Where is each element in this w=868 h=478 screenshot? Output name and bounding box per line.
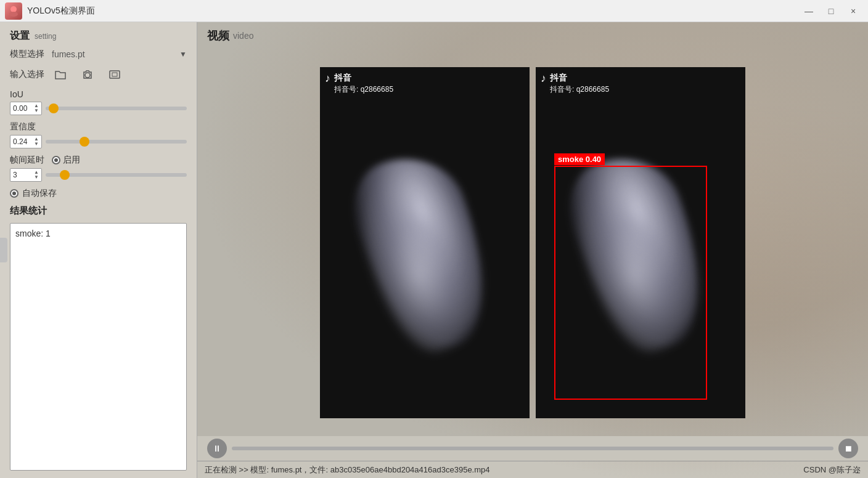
progress-bar[interactable] — [232, 447, 833, 450]
video-panels: ♪ 抖音 抖音号: q2866685 ♪ 抖音 — [197, 49, 868, 436]
iou-label: IoU — [10, 89, 187, 99]
video-label: 视频 — [207, 28, 229, 43]
svg-point-2 — [85, 73, 90, 78]
content-area: 视频 video ♪ 抖音 抖音号: q2866685 — [197, 22, 868, 478]
results-title: 结果统计 — [10, 205, 187, 217]
results-box: smoke: 1 — [10, 223, 187, 471]
input-label: 输入选择 — [10, 69, 47, 80]
app-icon — [5, 2, 22, 20]
model-select-row: 模型选择 fumes.pt ▼ — [10, 49, 187, 60]
status-bar: 正在检测 >> 模型: fumes.pt，文件: ab3c035e06ae4bb… — [197, 461, 868, 478]
frame-delay-value: 3 — [13, 171, 34, 179]
detection-label: smoke 0.40 — [554, 153, 605, 165]
right-tiktok-id: 抖音号: q2866685 — [550, 84, 609, 95]
confidence-value: 0.24 — [13, 137, 34, 146]
author-text: CSDN @陈子迩 — [803, 464, 861, 476]
status-text: 正在检测 >> 模型: fumes.pt，文件: ab3c035e06ae4bb… — [205, 464, 490, 476]
confidence-label: 置信度 — [10, 121, 187, 132]
close-button[interactable]: × — [843, 4, 863, 18]
right-tiktok-logo: ♪ — [541, 72, 546, 85]
left-tiktok-header: ♪ 抖音 抖音号: q2866685 — [325, 72, 393, 94]
detection-box: smoke 0.40 — [554, 166, 707, 400]
auto-save-label: 自动保存 — [22, 188, 59, 199]
left-tiktok-info: 抖音 抖音号: q2866685 — [334, 72, 393, 94]
model-value: fumes.pt — [52, 49, 174, 59]
model-label: 模型选择 — [10, 49, 47, 60]
camera-icon[interactable] — [79, 66, 96, 83]
main-layout: 设置 setting 模型选择 fumes.pt ▼ 输入选择 — [0, 22, 868, 478]
frame-delay-label: 帧间延时 — [10, 155, 47, 166]
maximize-button[interactable]: □ — [821, 4, 841, 18]
app-title: YOLOv5检测界面 — [27, 6, 95, 17]
folder-icon[interactable] — [52, 66, 69, 83]
enable-radio-icon[interactable] — [52, 156, 60, 164]
iou-thumb[interactable] — [49, 103, 59, 113]
model-select-container[interactable]: fumes.pt ▼ — [52, 49, 187, 59]
right-tiktok-title: 抖音 — [550, 72, 609, 84]
content-header: 视频 video — [197, 22, 868, 49]
pause-button[interactable]: ⏸ — [207, 439, 227, 458]
left-tiktok-logo: ♪ — [325, 72, 330, 85]
iou-slider[interactable] — [46, 107, 187, 110]
iou-slider-top: 0.00 ▲ ▼ — [10, 102, 187, 115]
iou-value: 0.00 — [13, 104, 34, 113]
left-tiktok-id: 抖音号: q2866685 — [334, 84, 393, 95]
screenshot-icon[interactable] — [106, 66, 123, 83]
confidence-arrows[interactable]: ▲ ▼ — [34, 137, 39, 147]
svg-rect-3 — [110, 71, 120, 78]
left-smoke-visual — [369, 154, 480, 351]
iou-spinbox[interactable]: 0.00 ▲ ▼ — [10, 102, 42, 115]
input-select-row: 输入选择 — [10, 66, 187, 83]
iou-arrows[interactable]: ▲ ▼ — [34, 103, 39, 113]
minimize-button[interactable]: — — [799, 4, 819, 18]
window-controls: — □ × — [799, 4, 863, 18]
right-tiktok-info: 抖音 抖音号: q2866685 — [550, 72, 609, 94]
frame-delay-spinbox[interactable]: 3 ▲ ▼ — [10, 168, 42, 182]
svg-rect-4 — [112, 73, 117, 76]
confidence-spinbox[interactable]: 0.24 ▲ ▼ — [10, 135, 42, 148]
results-content: smoke: 1 — [15, 229, 51, 238]
auto-save-radio-icon[interactable] — [10, 189, 18, 198]
confidence-slider-top: 0.24 ▲ ▼ — [10, 135, 187, 148]
input-icons — [52, 66, 123, 83]
confidence-slider[interactable] — [46, 140, 187, 144]
frame-delay-thumb[interactable] — [60, 170, 70, 180]
frame-delay-slider-top: 3 ▲ ▼ — [10, 168, 187, 182]
title-bar: YOLOv5检测界面 — □ × — [0, 0, 868, 22]
sidebar: 设置 setting 模型选择 fumes.pt ▼ 输入选择 — [0, 22, 197, 478]
video-controls-bar: ⏸ ⏹ — [197, 436, 868, 461]
settings-header: 设置 setting — [10, 30, 187, 43]
left-video-panel: ♪ 抖音 抖音号: q2866685 — [320, 67, 530, 418]
confidence-container: 置信度 0.24 ▲ ▼ — [10, 121, 187, 148]
auto-save-row: 自动保存 — [10, 188, 187, 199]
frame-delay-row: 帧间延时 启用 — [10, 155, 187, 166]
right-video-panel: ♪ 抖音 抖音号: q2866685 smoke 0.40 — [536, 67, 745, 418]
frame-delay-slider[interactable] — [46, 173, 187, 177]
svg-point-0 — [10, 6, 17, 12]
enable-radio[interactable]: 启用 — [52, 155, 80, 166]
frame-delay-arrows[interactable]: ▲ ▼ — [34, 170, 39, 180]
settings-subtitle: setting — [35, 32, 56, 41]
settings-title: 设置 — [10, 30, 30, 43]
title-bar-left: YOLOv5检测界面 — [5, 2, 95, 20]
side-indicator — [0, 238, 7, 262]
iou-container: IoU 0.00 ▲ ▼ — [10, 89, 187, 115]
svg-point-1 — [9, 12, 18, 17]
frame-delay-container: 帧间延时 启用 3 ▲ ▼ — [10, 155, 187, 182]
video-subtitle: video — [233, 31, 253, 41]
right-tiktok-header: ♪ 抖音 抖音号: q2866685 — [541, 72, 609, 94]
stop-button[interactable]: ⏹ — [838, 439, 858, 458]
enable-label: 启用 — [63, 155, 80, 166]
dropdown-arrow-icon: ▼ — [179, 50, 187, 59]
confidence-thumb[interactable] — [80, 137, 89, 147]
left-tiktok-title: 抖音 — [334, 72, 393, 84]
